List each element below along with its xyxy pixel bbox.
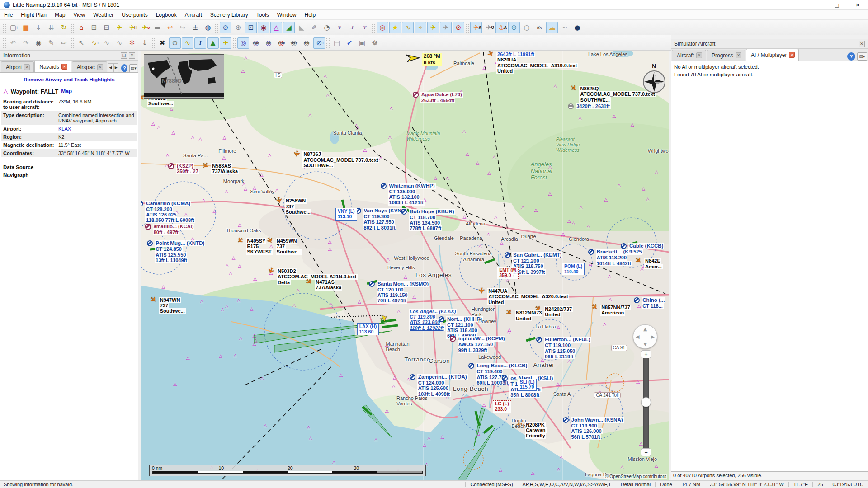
close-panel-icon[interactable]: ✕ xyxy=(129,52,135,59)
navaid-marker[interactable]: POM (L)110.40 xyxy=(562,263,585,276)
tab-scroll-right-icon[interactable]: ▶ xyxy=(113,63,118,72)
tab-airport[interactable]: Airport✕ xyxy=(1,61,34,72)
tab-close-icon[interactable]: ✕ xyxy=(97,64,103,70)
show-markers-button[interactable]: ✐ xyxy=(308,22,320,33)
aircraft-marker[interactable]: ✈2643ft L 11991ftN820UAATCCOM.AC_MODEL_A… xyxy=(496,52,578,74)
toolbar-handle[interactable] xyxy=(3,38,6,48)
show-sun-shading-button[interactable]: 6s xyxy=(533,22,545,33)
show-ident-labels-button[interactable]: I xyxy=(194,37,206,49)
menu-file[interactable]: File xyxy=(0,10,17,19)
vertical-profile-button[interactable]: ↓ xyxy=(139,37,151,49)
airspace-fir-button[interactable]: ◎FIR xyxy=(263,37,274,49)
show-gls-button[interactable]: ◣ xyxy=(296,22,307,33)
airport-marker[interactable]: Cable (KCCB)9.525 xyxy=(628,243,664,254)
show-waypoints-button[interactable]: △ xyxy=(270,22,282,33)
tab-menu-icon[interactable]: ▤▾ xyxy=(129,64,137,72)
aircraft-marker[interactable]: ✈N583AS737/Alaska xyxy=(211,163,239,174)
undo-button[interactable]: ↶ xyxy=(7,37,19,49)
aircraft-marker[interactable]: ✈N459WN737Southwe... xyxy=(276,238,302,255)
center-rect-button[interactable]: ⊟ xyxy=(101,22,113,33)
map-home-button[interactable]: ⌂ xyxy=(75,22,87,33)
show-aircraft-info-button[interactable]: ✈ xyxy=(220,37,231,49)
show-flightplan-table-button[interactable]: ∿ xyxy=(182,37,193,49)
hide-aircraft-button[interactable]: ✈⊘ xyxy=(139,22,151,33)
float-panel-icon[interactable]: ❏ xyxy=(121,52,127,59)
navaid-marker[interactable]: VNY (L)113.10 xyxy=(335,208,357,221)
tab-aircraft[interactable]: Aircraft✕ xyxy=(672,50,706,61)
tab-navaids[interactable]: Navaids✕ xyxy=(34,61,71,72)
show-elevation-button[interactable]: ▲ xyxy=(207,37,219,49)
aircraft-marker[interactable]: ✈N857NN/737American xyxy=(600,305,631,316)
measure-line-button[interactable]: ✎ xyxy=(45,37,57,49)
menu-logbook[interactable]: Logbook xyxy=(152,10,181,19)
aircraft-marker[interactable]: ✈N471AS737/Alaska xyxy=(315,279,342,291)
remove-highlights-link[interactable]: Remove Airway and Track Highlights xyxy=(1,77,137,82)
aircraft-marker[interactable]: ✈N812NN/73United xyxy=(515,310,542,321)
show-route-button[interactable]: ∿ xyxy=(402,22,414,33)
menu-userpoints[interactable]: Userpoints xyxy=(118,10,151,19)
airport-marker[interactable]: Agua Dulce (L70)2633ft - 4554ft xyxy=(420,92,463,103)
calc-route-button[interactable]: ✻ xyxy=(126,37,138,49)
edit-route-point-button[interactable]: ∿ xyxy=(113,37,125,49)
aircraft-marker[interactable]: ✈N447UAATCCOM.AC_MODEL_A320.0.textUnited xyxy=(487,288,569,305)
show-aircraft-boxed-button[interactable]: ✈[] xyxy=(126,22,138,33)
airport-marker[interactable]: Camarillo (KCMA)CT 128.200ATIS 126.02511… xyxy=(145,201,195,223)
waypoint-map-link[interactable]: Map xyxy=(61,88,72,94)
menu-window[interactable]: Window xyxy=(273,10,301,19)
tab-close-icon[interactable]: ✕ xyxy=(61,64,67,70)
show-grid-button[interactable]: ⊕ xyxy=(508,22,520,33)
pan-down-icon[interactable]: ▼ xyxy=(643,341,647,347)
show-map-zoom-button[interactable]: ⊙ xyxy=(169,37,181,49)
show-vordme-button[interactable]: ⊛ xyxy=(232,22,244,33)
airport-marker[interactable]: Zamperini... (KTOA)CT 124.000ATIS 125.60… xyxy=(417,374,468,397)
airport-marker[interactable]: San Gabri... (KEMT)CT 121.200ATIS 118.75… xyxy=(512,252,562,275)
help-icon[interactable]: ? xyxy=(847,52,855,61)
map-zoom-slider[interactable]: + − xyxy=(640,350,652,456)
aircraft-marker[interactable]: ✈N947WN737Southwe... xyxy=(159,297,186,314)
tab-scroll-left-icon[interactable]: ◀ xyxy=(108,63,113,72)
pan-up-icon[interactable]: ▲ xyxy=(643,326,647,332)
tab-ai-multiplayer[interactable]: AI / Multiplayer✕ xyxy=(746,49,799,61)
tab-airspac[interactable]: Airspac✕ xyxy=(72,61,107,72)
airport-marker[interactable]: Bob Hope (KBUR)CT 118.700ATIS 134.500778… xyxy=(409,209,455,231)
show-city-labels-button[interactable]: ○ xyxy=(521,22,533,33)
reload-flightplan-button[interactable]: ↻ xyxy=(58,22,70,33)
zoom-out-button[interactable]: − xyxy=(641,448,651,456)
select-route-mode-button[interactable]: ↖ xyxy=(75,37,87,49)
navaid-marker[interactable]: EMT (M359.0 xyxy=(497,267,518,279)
load-scenery-library-button[interactable]: ▤ xyxy=(331,37,343,49)
airport-marker[interactable]: (KSZP)250ft - 27 xyxy=(176,163,199,174)
tab-close-icon[interactable]: ✕ xyxy=(24,64,30,70)
show-tracks-button[interactable]: T xyxy=(359,22,371,33)
save-flightplan-as-button[interactable]: ⇊ xyxy=(45,22,57,33)
airspace-online-button[interactable]: ⊘+ xyxy=(313,37,325,49)
new-flightplan-button[interactable]: ▢+ xyxy=(7,22,19,33)
airport-marker[interactable]: Fullerton... (KFUL)CT 119.100ATIS 125.05… xyxy=(544,337,591,359)
show-ai-ships-button[interactable]: ⚓A xyxy=(495,22,507,33)
show-msa-button[interactable]: ◔ xyxy=(321,22,333,33)
delete-highlights-button[interactable]: ✖ xyxy=(156,37,168,49)
aircraft-marker[interactable]: ✈N842EAmer... xyxy=(644,258,663,269)
tab-close-icon[interactable]: ✕ xyxy=(736,52,741,58)
airport-marker[interactable]: Point Mug... (KNTD)CT 124.850ATIS 125.55… xyxy=(155,240,205,263)
aircraft-marker[interactable]: ✈N24202/737United xyxy=(544,306,573,318)
airspace-icao-button[interactable]: ◎ICAO xyxy=(250,37,262,49)
zoom-plus-minus-button[interactable]: ± xyxy=(189,22,201,33)
menu-scenery-library[interactable]: Scenery Library xyxy=(206,10,252,19)
airport-marker[interactable]: amarillo... (KCAI)80ft - 497ft xyxy=(153,224,195,235)
airspace-special-button[interactable]: ◎SPEC xyxy=(288,37,300,49)
tab-close-icon[interactable]: ✕ xyxy=(696,52,702,58)
tab-menu-icon[interactable]: ▤▾ xyxy=(857,52,867,61)
zoom-slider-handle[interactable] xyxy=(641,397,651,407)
show-vor-button[interactable]: ⊘ xyxy=(220,22,231,33)
minimize-button[interactable]: ─ xyxy=(806,0,826,10)
menu-map[interactable]: Map xyxy=(51,10,69,19)
runway-view-button[interactable]: ▬ xyxy=(151,22,163,33)
toolbar-handle[interactable] xyxy=(3,23,6,33)
navaid-marker[interactable]: LAX (H)113.60 xyxy=(357,323,379,336)
pan-right-icon[interactable]: ▶ xyxy=(651,334,655,340)
show-weather-button[interactable]: ☁ xyxy=(546,22,558,33)
menu-aircraft[interactable]: Aircraft xyxy=(181,10,206,19)
show-globe-button[interactable]: ◍ xyxy=(202,22,214,33)
show-victor-airways-button[interactable]: V xyxy=(334,22,345,33)
